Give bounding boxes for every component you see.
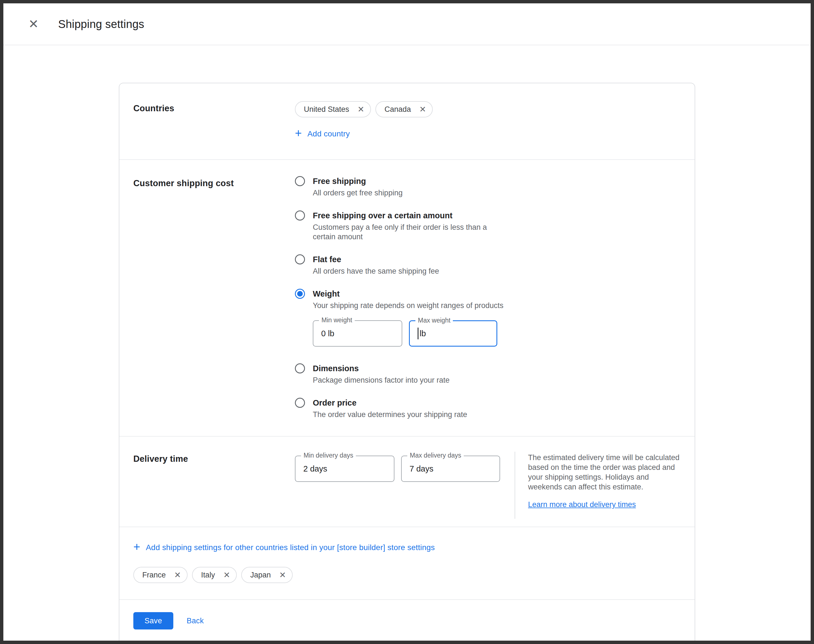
delivery-time-note: The estimated delivery time will be calc…	[528, 452, 681, 509]
option-description: The order value determines your shipping…	[313, 410, 467, 419]
delivery-times-link[interactable]: Learn more about delivery times	[528, 500, 636, 509]
chip-label: Italy	[201, 571, 215, 580]
country-chip-italy: Italy ✕	[192, 567, 237, 583]
chip-label: United States	[304, 105, 349, 114]
chip-label: France	[142, 571, 166, 580]
option-text: Free shipping All orders get free shippi…	[313, 176, 403, 198]
min-weight-field[interactable]: Min weight 0 lb	[313, 320, 402, 347]
delivery-fields-row: Min delivery days 2 days Max delivery da…	[295, 455, 500, 482]
other-country-chip-row: France ✕ Italy ✕ Japan ✕	[133, 567, 681, 583]
option-text: Free shipping over a certain amount Cust…	[313, 210, 509, 241]
add-other-countries-button[interactable]: + Add shipping settings for other countr…	[133, 542, 435, 554]
option-title: Weight	[313, 289, 503, 299]
delivery-time-content: Min delivery days 2 days Max delivery da…	[295, 452, 681, 519]
delivery-time-label: Delivery time	[133, 452, 295, 519]
option-title: Free shipping	[313, 176, 403, 186]
footer-actions: Save Back	[120, 599, 694, 644]
min-delivery-days-label: Min delivery days	[301, 452, 356, 459]
chip-label: Canada	[384, 105, 411, 114]
radio-option-flat-fee[interactable]: Flat fee All orders have the same shippi…	[295, 255, 509, 276]
back-button[interactable]: Back	[187, 616, 204, 625]
option-title: Order price	[313, 398, 467, 408]
text-caret	[418, 328, 418, 339]
max-weight-label: Max weight	[415, 317, 453, 324]
radio-icon[interactable]	[295, 176, 305, 186]
countries-label: Countries	[133, 101, 295, 140]
countries-content: United States ✕ Canada ✕ + Add country	[295, 101, 433, 140]
min-weight-label: Min weight	[319, 316, 355, 324]
option-text: Dimensions Package dimensions factor int…	[313, 363, 449, 385]
weight-fields-row: Min weight 0 lb Max weight lb	[313, 320, 503, 347]
option-title: Dimensions	[313, 363, 449, 373]
max-weight-field[interactable]: Max weight lb	[409, 320, 497, 347]
radio-option-order-price[interactable]: Order price The order value determines y…	[295, 398, 509, 419]
remove-chip-icon[interactable]: ✕	[172, 569, 182, 581]
min-delivery-days-value: 2 days	[303, 464, 327, 474]
add-country-button[interactable]: + Add country	[295, 128, 350, 140]
remove-chip-icon[interactable]: ✕	[356, 104, 366, 115]
close-icon[interactable]: ✕	[25, 16, 42, 32]
delivery-time-note-text: The estimated delivery time will be calc…	[528, 453, 681, 492]
remove-chip-icon[interactable]: ✕	[222, 569, 232, 581]
chip-label: Japan	[250, 571, 271, 580]
min-weight-value: 0 lb	[321, 329, 334, 338]
radio-icon[interactable]	[295, 398, 305, 408]
max-delivery-days-field[interactable]: Max delivery days 7 days	[401, 455, 500, 482]
radio-option-free-over-amount[interactable]: Free shipping over a certain amount Cust…	[295, 210, 509, 241]
settings-card: Countries United States ✕ Canada ✕ + Add…	[119, 83, 695, 644]
radio-option-dimensions[interactable]: Dimensions Package dimensions factor int…	[295, 363, 509, 385]
shipping-cost-label: Customer shipping cost	[133, 176, 295, 421]
max-delivery-days-label: Max delivery days	[407, 452, 464, 459]
min-delivery-days-field[interactable]: Min delivery days 2 days	[295, 455, 394, 482]
radio-icon[interactable]	[295, 255, 305, 264]
option-description: All orders get free shipping	[313, 188, 403, 198]
option-text: Weight Your shipping rate depends on wei…	[313, 289, 503, 351]
max-delivery-days-value: 7 days	[409, 464, 433, 474]
option-description: All orders have the same shipping fee	[313, 266, 439, 276]
option-description: Customers pay a fee only if their order …	[313, 222, 509, 241]
countries-section: Countries United States ✕ Canada ✕ + Add…	[120, 83, 694, 159]
remove-chip-icon[interactable]: ✕	[418, 104, 428, 115]
other-countries-section: + Add shipping settings for other countr…	[120, 527, 694, 599]
vertical-divider	[515, 452, 515, 519]
remove-chip-icon[interactable]: ✕	[277, 569, 288, 581]
save-button[interactable]: Save	[133, 612, 173, 629]
radio-option-free-shipping[interactable]: Free shipping All orders get free shippi…	[295, 176, 509, 198]
country-chip-france: France ✕	[133, 567, 187, 583]
radio-option-weight[interactable]: Weight Your shipping rate depends on wei…	[295, 289, 509, 351]
option-text: Order price The order value determines y…	[313, 398, 467, 419]
delivery-time-section: Delivery time Min delivery days 2 days M…	[120, 436, 694, 527]
dialog-header: ✕ Shipping settings	[3, 3, 811, 45]
plus-icon: +	[295, 127, 302, 139]
shipping-settings-dialog: ✕ Shipping settings Countries United Sta…	[0, 0, 814, 644]
add-country-label: Add country	[308, 129, 350, 138]
option-text: Flat fee All orders have the same shippi…	[313, 255, 439, 276]
option-title: Free shipping over a certain amount	[313, 210, 509, 221]
option-description: Your shipping rate depends on weight ran…	[313, 301, 503, 310]
shipping-cost-options: Free shipping All orders get free shippi…	[295, 176, 509, 421]
radio-icon[interactable]	[295, 289, 305, 299]
country-chip-row: United States ✕ Canada ✕	[295, 101, 433, 117]
country-chip-japan: Japan ✕	[241, 567, 293, 583]
radio-icon[interactable]	[295, 363, 305, 373]
shipping-cost-section: Customer shipping cost Free shipping All…	[120, 159, 694, 436]
add-other-countries-label: Add shipping settings for other countrie…	[146, 543, 435, 552]
option-title: Flat fee	[313, 255, 439, 264]
country-chip-united-states: United States ✕	[295, 101, 371, 117]
radio-icon[interactable]	[295, 210, 305, 221]
page-title: Shipping settings	[58, 18, 144, 31]
plus-icon: +	[133, 541, 140, 553]
country-chip-canada: Canada ✕	[376, 101, 433, 117]
option-description: Package dimensions factor into your rate	[313, 376, 449, 385]
max-weight-value: lb	[420, 329, 426, 338]
